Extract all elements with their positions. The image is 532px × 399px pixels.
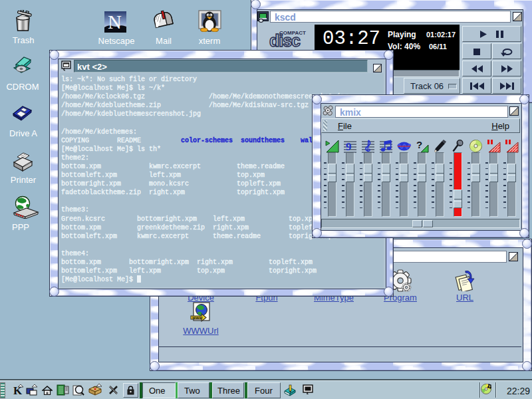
svg-text:WWW: WWW [192, 316, 203, 320]
svg-text:?: ? [416, 139, 422, 150]
svg-text:9: 9 [346, 140, 352, 153]
svg-text:N: N [108, 11, 122, 33]
